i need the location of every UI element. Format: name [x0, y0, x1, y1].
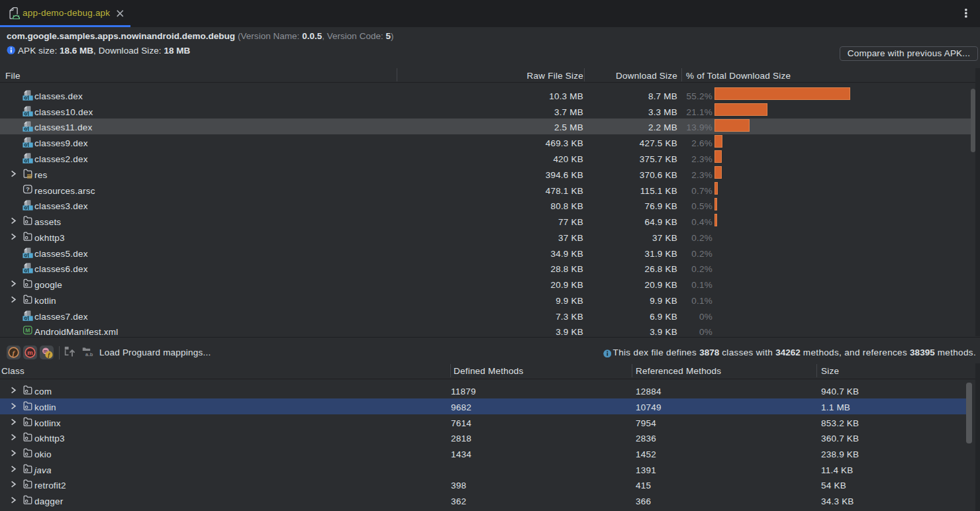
svg-text:M: M — [25, 328, 30, 334]
svg-text:?: ? — [26, 185, 30, 193]
svg-text:m: m — [27, 349, 33, 356]
svg-text:a.b: a.b — [85, 351, 93, 357]
